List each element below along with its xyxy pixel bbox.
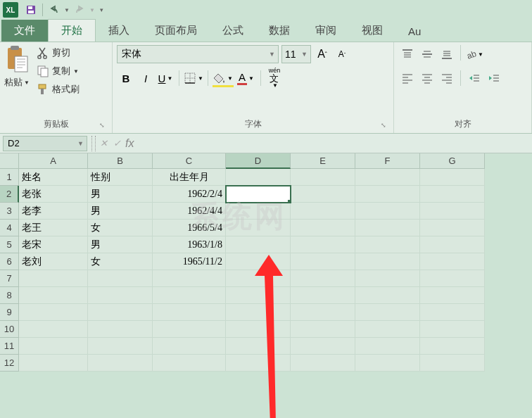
tab-insert[interactable]: 插入 (96, 20, 142, 42)
cell[interactable] (88, 321, 153, 338)
tab-file[interactable]: 文件 (1, 20, 48, 42)
cell[interactable]: 老李 (19, 203, 88, 220)
cancel-formula-icon[interactable]: ✕ (100, 138, 108, 148)
cell[interactable] (291, 355, 355, 372)
cell[interactable] (420, 287, 485, 304)
cell[interactable] (291, 321, 355, 338)
orientation-button[interactable]: ab▼ (465, 45, 483, 63)
cell[interactable]: 老宋 (19, 236, 88, 253)
qat-customize[interactable]: ▾ (96, 1, 106, 18)
cell[interactable] (226, 355, 291, 372)
col-header-e[interactable]: E (291, 153, 355, 169)
align-right-button[interactable] (438, 69, 456, 87)
font-launcher[interactable]: ⤡ (379, 122, 388, 130)
borders-button[interactable]: ▼ (184, 69, 203, 87)
tab-view[interactable]: 视图 (349, 20, 395, 42)
cell[interactable] (420, 355, 485, 372)
cell[interactable] (355, 338, 420, 355)
cell[interactable] (291, 270, 355, 287)
align-left-button[interactable] (398, 69, 417, 87)
cell[interactable]: 女 (88, 220, 153, 236)
cell[interactable] (226, 321, 291, 338)
name-box[interactable]: D2▼ (3, 136, 87, 151)
align-center-button[interactable] (418, 69, 436, 87)
cell[interactable] (420, 186, 485, 203)
cell[interactable]: 男 (88, 186, 153, 203)
paste-button[interactable]: 粘贴▼ (4, 45, 30, 89)
row-header[interactable]: 7 (0, 270, 19, 287)
cell[interactable] (88, 355, 153, 372)
cell[interactable]: 老王 (19, 220, 88, 236)
cell[interactable] (226, 338, 291, 355)
cell[interactable] (420, 304, 485, 321)
enter-formula-icon[interactable]: ✓ (113, 138, 121, 148)
tab-review[interactable]: 审阅 (303, 20, 349, 42)
phonetic-button[interactable]: wén文▼ (265, 69, 284, 87)
cell[interactable] (420, 253, 485, 270)
cell[interactable]: 出生年月 (153, 169, 226, 186)
tab-page-layout[interactable]: 页面布局 (142, 20, 210, 42)
cell[interactable] (355, 203, 420, 220)
undo-dropdown[interactable]: ▼ (63, 1, 71, 18)
cell[interactable] (19, 287, 88, 304)
cell[interactable] (355, 253, 420, 270)
cell[interactable] (420, 203, 485, 220)
decrease-indent-button[interactable] (465, 69, 483, 87)
row-header[interactable]: 8 (0, 287, 19, 304)
cell[interactable] (153, 270, 226, 287)
font-color-button[interactable]: A▼ (235, 69, 256, 87)
cell[interactable] (226, 304, 291, 321)
cell[interactable] (19, 304, 88, 321)
font-size-combo[interactable]: 11▼ (281, 45, 311, 63)
tab-formulas[interactable]: 公式 (210, 20, 256, 42)
cell[interactable] (19, 270, 88, 287)
cell[interactable] (420, 338, 485, 355)
col-header-g[interactable]: G (420, 153, 485, 169)
cell[interactable]: 1965/11/2 (153, 253, 226, 270)
cell[interactable] (291, 304, 355, 321)
cell[interactable] (355, 236, 420, 253)
cell[interactable] (153, 287, 226, 304)
cell[interactable] (226, 287, 291, 304)
redo-button[interactable] (71, 1, 88, 18)
cell[interactable] (226, 169, 291, 186)
row-header[interactable]: 6 (0, 253, 19, 270)
underline-button[interactable]: U▼ (156, 69, 175, 87)
cell[interactable] (291, 203, 355, 220)
cell[interactable]: 1962/2/4 (153, 186, 226, 203)
row-header[interactable]: 12 (0, 355, 19, 372)
row-header[interactable]: 10 (0, 321, 19, 338)
cell[interactable] (291, 338, 355, 355)
col-header-b[interactable]: B (88, 153, 153, 169)
cell[interactable] (19, 338, 88, 355)
cell[interactable] (226, 253, 291, 270)
font-name-combo[interactable]: 宋体▼ (117, 45, 279, 63)
cell[interactable]: 姓名 (19, 169, 88, 186)
align-top-button[interactable] (398, 45, 417, 63)
redo-dropdown[interactable]: ▼ (88, 1, 96, 18)
insert-function-button[interactable]: fx (125, 137, 134, 150)
cell[interactable] (355, 270, 420, 287)
cell[interactable] (420, 220, 485, 236)
col-header-f[interactable]: F (355, 153, 420, 169)
cell[interactable]: 性别 (88, 169, 153, 186)
fill-color-button[interactable]: ▼ (213, 69, 234, 87)
format-painter-button[interactable]: 格式刷 (34, 82, 82, 97)
cell[interactable] (153, 338, 226, 355)
align-middle-button[interactable] (418, 45, 436, 63)
cell[interactable] (153, 355, 226, 372)
cell[interactable] (226, 236, 291, 253)
tab-home[interactable]: 开始 (48, 19, 96, 42)
cell[interactable]: 女 (88, 253, 153, 270)
cell[interactable] (291, 220, 355, 236)
cell[interactable] (88, 270, 153, 287)
cell[interactable] (88, 304, 153, 321)
cell[interactable] (355, 186, 420, 203)
cell[interactable] (291, 169, 355, 186)
increase-indent-button[interactable] (485, 69, 503, 87)
cell[interactable] (355, 304, 420, 321)
cell[interactable] (291, 236, 355, 253)
col-header-c[interactable]: C (153, 153, 226, 169)
row-header[interactable]: 3 (0, 203, 19, 220)
cell[interactable] (355, 287, 420, 304)
